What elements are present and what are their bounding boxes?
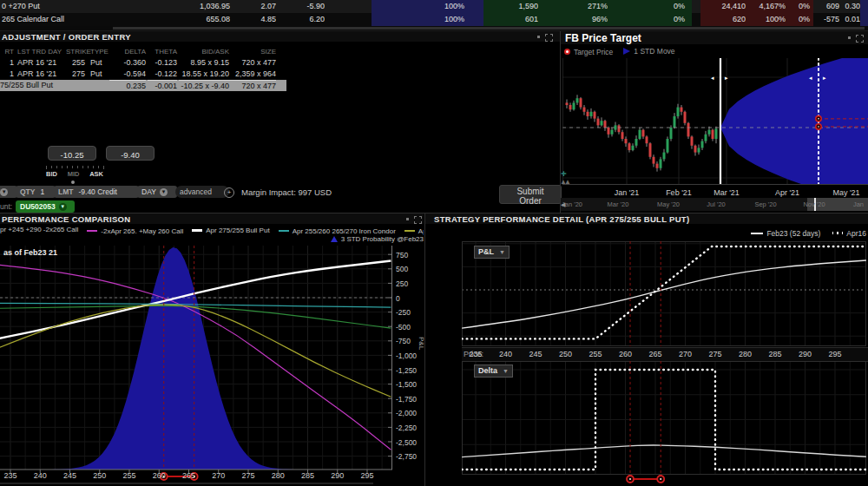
table-row[interactable]: 1APR 16 '21255Put-0.360-0.1238.95 x 9.15… [0,57,560,69]
legend-item[interactable]: Feb23 (52 days) [751,229,820,238]
legend-label: Feb23 (52 days) [766,229,820,238]
panel-options-icon[interactable] [536,34,542,40]
selected-strategy-row[interactable]: 75/255 Bull Put0.235-0.001-10.25 x -9.40… [0,80,286,91]
table-cell: APR 16 '21 [17,57,69,69]
comparison-bottom-track[interactable] [0,483,373,484]
axis-tick: 235 [469,350,482,358]
delta-chart[interactable] [462,361,866,483]
legend-item[interactable]: Target Price [564,48,613,56]
slider-tick [67,166,68,168]
position-cell [325,0,372,13]
comparison-title: PERFORMANCE COMPARISON [2,214,130,224]
legend-item[interactable]: 1 STD Move [623,47,674,56]
position-cell: 0% [786,0,813,13]
plus-icon[interactable]: + [224,187,234,198]
account-dropdown[interactable]: DU502053▼ [16,200,75,213]
probability-triangle-icon [331,236,338,242]
table-cell: RT [2,46,14,57]
strategy-label: 75/255 Bull Put [0,80,108,91]
position-cell [692,0,700,13]
timeline-tick: Sep '20 [754,200,776,208]
delta-mode-dropdown[interactable]: Delta▼ [474,364,513,378]
slider-tick [88,166,89,168]
fb-timeline-scrollbar[interactable]: ◀Jan '20Mar '20May '20Jul '20Sep '20Nov … [560,198,868,211]
slider-tick [98,166,99,168]
pnl-mode-dropdown[interactable]: P&L▼ [474,246,510,259]
table-cell: 2,359 x 964 [227,69,276,80]
panel-expand-icon[interactable] [545,34,553,42]
price-range-slider [627,476,664,483]
axis-tick: -2,500 [396,438,417,447]
position-row[interactable]: 265 Calendar Call655.084.856.20100%60196… [0,13,868,26]
top-scrollbar-thumb[interactable] [113,27,865,30]
pnl-chart[interactable] [462,241,866,347]
panel-expand-icon[interactable] [856,35,864,43]
legend-line-icon [87,230,97,232]
legend-label: Apr16 [846,229,866,238]
panel-options-icon[interactable] [404,216,411,222]
legend-item[interactable]: Apr16 [832,229,866,238]
legend-label: Apr 275/255 Bull Put [206,227,269,234]
axis-tick: 285 [301,471,314,480]
price-slider[interactable]: BID MID ASK [46,166,103,185]
axis-tick: 265 [648,350,661,358]
detail-legend: Feb23 (52 days)Apr16 [739,227,866,238]
table-row[interactable]: 1APR 16 '21275Put-0.594-0.12218.55 x 19.… [0,69,560,80]
position-cell: 6.20 [276,13,325,26]
axis-tick: 750 [396,251,408,259]
legend-item[interactable]: Apr 255/260 265/270 Iron Condor [279,227,396,235]
position-cell: 0% [608,13,692,26]
order-config-row: T▼ QTY1 LMT-9.40 Credit DAY▼ advanced + … [0,186,560,200]
bid-price-button[interactable]: -10.25 [48,146,96,161]
order-type-dropdown[interactable]: T▼ [0,186,17,198]
comparison-chart[interactable] [0,246,392,482]
qty-field[interactable]: QTY1 [16,186,56,198]
fb-price-chart[interactable]: ◂▸◂▸ [562,58,868,185]
axis-tick: 285 [768,350,781,358]
legend-item[interactable]: pr +245 +290 -2x265 Call [0,226,78,233]
submit-order-button[interactable]: Submit Order [499,185,562,204]
panel-expand-icon[interactable] [414,216,422,224]
position-row[interactable]: 0 +270 Put1,036.952.07-5.90100%1,590271%… [0,0,868,13]
table-cell: TYPE [90,46,111,57]
axis-tick: Jan '21 [615,188,640,197]
position-cell: 100% [372,13,483,26]
position-cell [860,0,868,13]
legend-line-icon [279,230,289,232]
slider-handle[interactable] [71,181,75,184]
divider [424,213,425,486]
comparison-legend: pr +245 +290 -2x265 Call-2xApr 265. +May… [0,226,424,235]
chart-zoom-icon[interactable]: ▲▲ [560,178,569,186]
table-cell: BID/ASK [179,46,229,57]
limit-price-field[interactable]: LMT-9.40 Credit [54,186,139,198]
table-cell: -0.360 [109,57,146,69]
axis-tick: 250 [559,350,572,358]
position-cell: 0 +270 Put [0,0,113,13]
table-cell: 0.235 [109,80,146,92]
position-cell: 0% [608,0,692,13]
target-price-icon [564,49,570,55]
slider-label-mid: MID [68,170,80,178]
legend-item[interactable]: Apr 275/255 Bull Put [192,227,269,234]
crosshair-tool-icon[interactable]: ✛ [561,170,567,178]
table-cell: 8.95 x 9.15 [179,57,229,69]
axis-tick: 270 [212,471,225,480]
table-cell: LST TRD DAY [17,46,69,57]
legend-item[interactable]: Apr 260/265 Short Strangle [404,227,424,235]
axis-tick: -500 [396,323,411,332]
ask-price-button[interactable]: -9.40 [106,146,155,161]
axis-tick: 0 [396,294,400,303]
axis-tick: 265 [182,471,195,480]
divider [0,213,868,213]
axis-tick: -750 [396,337,411,345]
panel-options-icon[interactable] [846,35,852,41]
advanced-button[interactable]: advanced [175,186,229,198]
position-cell: 601 [483,13,538,26]
axis-tick: 245 [63,471,76,480]
slider-tick [77,166,78,168]
legend-line-icon [404,230,415,232]
axis-tick: 255 [122,471,135,480]
tif-dropdown[interactable]: DAY▼ [137,186,177,198]
axis-tick: -1,750 [396,395,417,404]
legend-item[interactable]: -2xApr 265. +May 260 Call [87,227,183,235]
